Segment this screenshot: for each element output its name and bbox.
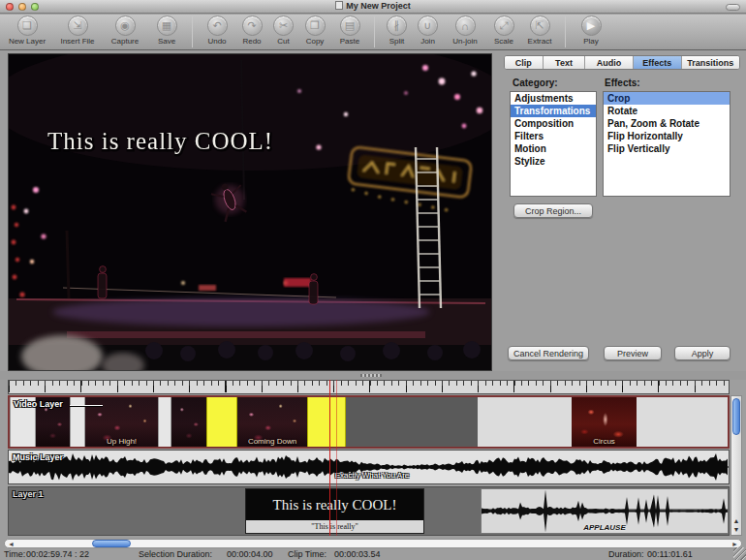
tab-text[interactable]: Text [544,56,586,69]
timeline-horizontal-scrollbar[interactable]: ◄ ► [4,539,742,548]
undo-button[interactable]: ↶Undo [199,16,235,46]
selection-duration-label: Selection Duration: [139,549,212,559]
document-icon [335,1,343,10]
play-button[interactable]: ▶Play [572,16,610,46]
video-layer-track[interactable]: Video Layer Up High! Coming Down Circus [8,395,730,449]
category-item[interactable]: Composition [511,117,596,130]
clip-time-value: 00:00:03.54 [334,549,381,559]
redo-button[interactable]: ↷Redo [235,16,268,46]
extract-icon: ⇱ [530,16,550,36]
toolbar-separator [565,16,566,47]
scroll-up-icon[interactable]: ▲ [731,516,741,525]
pane-splitter[interactable] [0,371,746,380]
app-window: My New Project ❏New Layer ⇲Insert File ◉… [0,0,746,560]
capture-button[interactable]: ◉Capture [103,16,147,46]
apply-button[interactable]: Apply [674,346,730,360]
tab-effects[interactable]: Effects [634,56,682,69]
music-layer-track[interactable]: Music Layer Exactly What You Are [8,450,730,484]
effect-item[interactable]: Rotate [604,105,730,117]
time-value: 00:02:59.74 : 22 [26,549,89,559]
toolbar: ❏New Layer ⇲Insert File ◉Capture ▦Save ↶… [0,15,746,50]
unjoin-icon: ∩ [455,16,476,36]
transition-block[interactable] [206,397,237,447]
join-icon: ∪ [418,16,438,36]
insert-file-icon: ⇲ [68,16,88,36]
paste-button[interactable]: ▤Paste [331,16,368,46]
selection-duration-value: 00:00:04.00 [227,549,273,559]
cut-icon: ✂ [273,16,294,36]
category-item[interactable]: Motion [511,142,596,155]
playhead[interactable] [329,380,330,536]
scroll-left-icon[interactable]: ◄ [8,540,15,548]
extract-button[interactable]: ⇱Extract [520,16,559,46]
toolbar-toggle-button[interactable] [726,4,740,11]
video-preview[interactable]: This is really COOL! This is really COOL… [8,53,492,371]
layer1-track[interactable]: Layer 1 This is really COOL! "This is re… [8,486,730,536]
effect-item[interactable]: Flip Vertically [604,142,730,155]
preview-overlay-text: This is really COOL! [47,128,273,154]
video-clip-coming-down[interactable]: Coming Down [237,397,307,447]
scroll-down-icon[interactable]: ▼ [731,525,741,534]
status-bar: Time: 00:02:59.74 : 22 Selection Duratio… [0,549,746,560]
inspector-tab-bar: Clip Text Audio Effects Transitions [504,55,740,70]
preview-button[interactable]: Preview [604,346,662,360]
category-item-selected[interactable]: Transformations [511,105,596,117]
vertical-scroll-thumb[interactable] [732,398,740,435]
copy-icon: ❐ [305,16,326,36]
title-bar[interactable]: My New Project [0,0,746,14]
play-icon: ▶ [581,16,602,36]
tab-clip[interactable]: Clip [505,56,544,69]
layer1-label: Layer 1 [13,489,44,499]
effects-label: Effects: [605,78,640,88]
effect-item[interactable]: Pan, Zoom & Rotate [604,117,730,130]
save-icon: ▦ [157,16,177,36]
new-layer-icon: ❏ [17,16,38,36]
title-clip-preview: This is really COOL! [246,489,423,520]
scale-button[interactable]: ⤢Scale [487,16,520,46]
time-label: Time: [4,549,25,559]
save-button[interactable]: ▦Save [147,16,186,46]
new-layer-button[interactable]: ❏New Layer [2,16,52,46]
title-text-clip[interactable]: This is really COOL! "This is really" [245,488,424,534]
join-button[interactable]: ∪Join [413,16,443,46]
split-button[interactable]: ∦Split [381,16,413,46]
applause-label: APPLAUSE [482,523,728,532]
tab-audio[interactable]: Audio [585,56,634,69]
video-layer-label: Video Layer [14,399,63,409]
applause-audio-clip[interactable]: APPLAUSE [481,488,729,534]
transition-block[interactable] [307,397,346,447]
effect-item[interactable]: Flip Horizontally [604,130,730,142]
insert-file-button[interactable]: ⇲Insert File [52,16,103,46]
splitter-grip-icon [360,374,382,377]
video-clip-thumb[interactable] [171,397,206,447]
effects-list: Crop Rotate Pan, Zoom & Rotate Flip Hori… [603,91,730,197]
video-layer-underline [70,405,103,406]
ruler-minor-ticks [9,381,729,386]
timeline-vertical-scrollbar[interactable]: ▲ ▼ [730,395,742,536]
category-item[interactable]: Adjustments [511,92,596,105]
category-item[interactable]: Stylize [511,155,596,168]
preview-scene: This is really COOL! This is really COOL… [9,54,491,370]
crop-region-button[interactable]: Crop Region... [513,203,593,218]
timeline-ruler[interactable] [8,380,730,394]
cancel-rendering-button[interactable]: Cancel Rendering [508,346,589,360]
category-list: Adjustments Transformations Composition … [510,91,597,197]
music-clip-name: Exactly What You Are [309,471,435,480]
clip-blank[interactable] [158,397,171,447]
horizontal-scroll-thumb[interactable] [92,540,131,547]
redo-icon: ↷ [242,16,263,36]
clip-plain[interactable] [637,397,728,447]
category-item[interactable]: Filters [511,130,596,142]
clip-plain[interactable] [478,397,572,447]
effect-item-selected[interactable]: Crop [604,92,730,105]
cut-button[interactable]: ✂Cut [268,16,298,46]
split-icon: ∦ [387,16,407,36]
unjoin-button[interactable]: ∩Un-join [443,16,487,46]
music-layer-label: Music Layer [13,452,63,462]
copy-button[interactable]: ❐Copy [298,16,331,46]
scale-icon: ⤢ [494,16,514,36]
window-resize-grip[interactable] [733,547,746,560]
selection-edge-marker[interactable] [336,380,337,536]
video-clip-circus[interactable]: Circus [572,397,637,447]
tab-transitions[interactable]: Transitions [682,56,740,69]
